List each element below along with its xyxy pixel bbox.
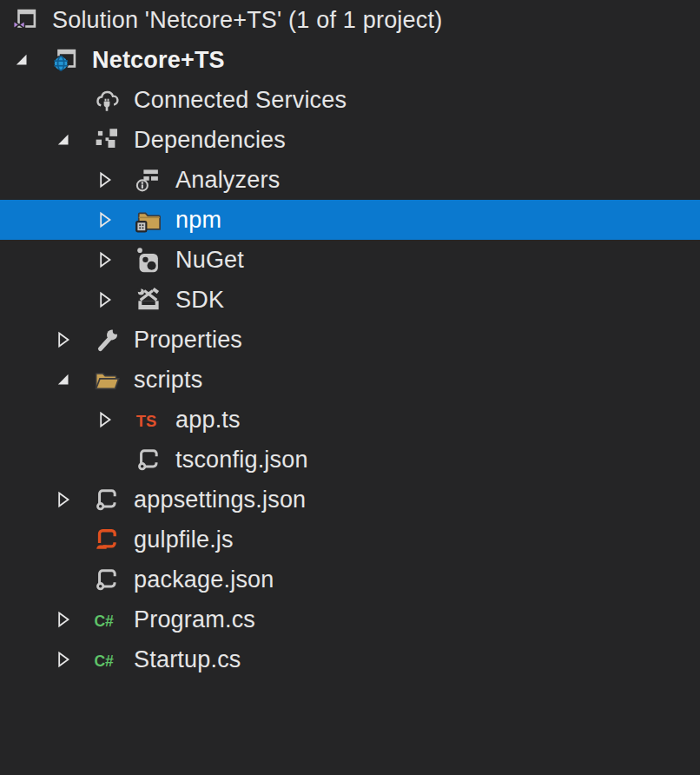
item-label: gulpfile.js — [134, 527, 234, 553]
collapsed-arrow-icon[interactable] — [52, 480, 94, 520]
tree-item-appsettings-json[interactable]: appsettings.json — [0, 480, 700, 520]
collapsed-arrow-icon[interactable] — [94, 200, 135, 240]
json-icon — [94, 487, 120, 513]
npm-folder-icon — [135, 207, 162, 233]
tree-item-startup-cs[interactable]: C# Startup.cs — [0, 639, 700, 679]
tree-item-dependencies[interactable]: Dependencies — [0, 120, 700, 160]
empty-expander-slot — [94, 440, 135, 480]
tree-item-analyzers[interactable]: Analyzers — [0, 160, 700, 200]
analyzers-icon — [135, 167, 162, 193]
item-label: Properties — [134, 327, 242, 354]
wrench-icon — [94, 327, 120, 353]
solution-explorer-tree: Solution 'Netcore+TS' (1 of 1 project) N… — [0, 0, 700, 775]
item-label: app.ts — [175, 407, 241, 434]
tree-item-program-cs[interactable]: C# Program.cs — [0, 599, 700, 639]
item-label: Netcore+TS — [92, 47, 225, 74]
csharp-icon: C# — [94, 606, 120, 633]
web-project-icon — [52, 47, 78, 73]
expanded-arrow-icon[interactable] — [10, 40, 52, 80]
svg-text:TS: TS — [136, 412, 156, 430]
empty-expander-slot — [52, 80, 94, 120]
json-icon — [135, 447, 162, 473]
collapsed-arrow-icon[interactable] — [52, 639, 94, 679]
collapsed-arrow-icon[interactable] — [94, 280, 135, 320]
sdk-icon — [135, 287, 162, 313]
tree-item-nuget[interactable]: NuGet — [0, 240, 700, 280]
collapsed-arrow-icon[interactable] — [94, 160, 135, 200]
nuget-icon — [135, 247, 162, 273]
svg-text:C#: C# — [94, 652, 114, 670]
collapsed-arrow-icon[interactable] — [52, 320, 94, 360]
tree-item-solution[interactable]: Solution 'Netcore+TS' (1 of 1 project) — [0, 0, 700, 40]
empty-expander-slot — [52, 520, 94, 560]
json-icon — [94, 566, 120, 593]
tree-item-package-json[interactable]: package.json — [0, 560, 700, 599]
tree-item-sdk[interactable]: SDK — [0, 280, 700, 320]
item-label: package.json — [134, 566, 274, 593]
item-label: appsettings.json — [134, 487, 306, 513]
collapsed-arrow-icon[interactable] — [52, 599, 94, 639]
collapsed-arrow-icon[interactable] — [94, 400, 135, 440]
tree-item-app-ts[interactable]: TS app.ts — [0, 400, 700, 440]
svg-text:C#: C# — [94, 613, 114, 630]
item-label: Solution 'Netcore+TS' (1 of 1 project) — [52, 7, 442, 34]
item-label: Connected Services — [134, 87, 347, 114]
tree-item-npm[interactable]: npm — [0, 200, 700, 240]
tree-item-gulpfile-js[interactable]: gulpfile.js — [0, 520, 700, 560]
tree-item-tsconfig-json[interactable]: tsconfig.json — [0, 440, 700, 480]
item-label: SDK — [175, 287, 224, 314]
empty-expander-slot — [52, 560, 94, 599]
item-label: npm — [175, 207, 221, 234]
solution-icon — [12, 7, 38, 33]
item-label: Analyzers — [175, 167, 280, 194]
gulp-icon — [94, 527, 120, 553]
connected-services-icon — [94, 87, 120, 113]
tree-item-project-netcore-ts[interactable]: Netcore+TS — [0, 40, 700, 80]
tree-item-connected-services[interactable]: Connected Services — [0, 80, 700, 120]
csharp-icon: C# — [94, 646, 120, 672]
expanded-arrow-icon[interactable] — [52, 360, 94, 400]
item-label: scripts — [134, 367, 202, 394]
item-label: Dependencies — [134, 127, 286, 154]
tree-item-properties[interactable]: Properties — [0, 320, 700, 360]
item-label: Startup.cs — [134, 646, 241, 673]
typescript-icon: TS — [135, 407, 162, 433]
item-label: NuGet — [175, 247, 244, 274]
expanded-arrow-icon[interactable] — [52, 120, 94, 160]
item-label: Program.cs — [134, 606, 255, 633]
tree-item-scripts[interactable]: scripts — [0, 360, 700, 400]
folder-open-icon — [94, 367, 120, 393]
dependencies-icon — [94, 127, 120, 153]
collapsed-arrow-icon[interactable] — [94, 240, 135, 280]
item-label: tsconfig.json — [175, 447, 308, 474]
